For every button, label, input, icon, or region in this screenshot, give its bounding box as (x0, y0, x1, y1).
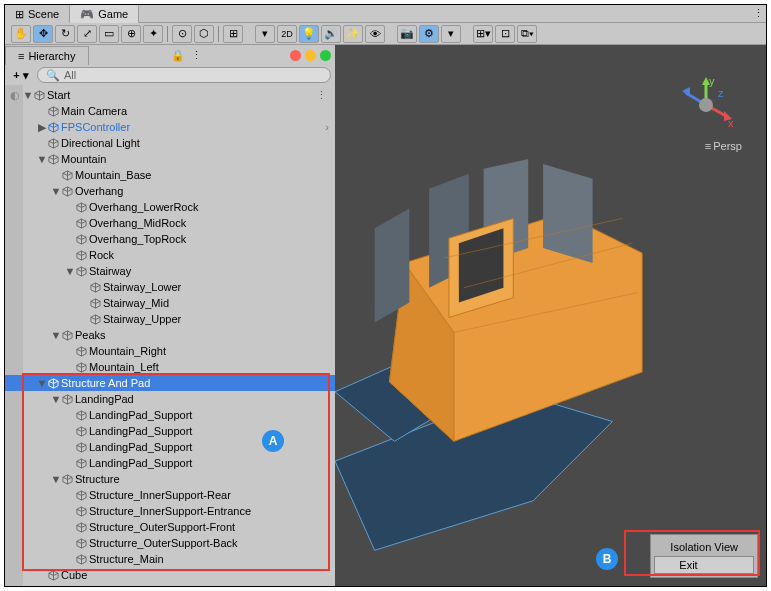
tool-rotate[interactable]: ↻ (55, 25, 75, 43)
visibility-icon[interactable] (7, 471, 23, 487)
visibility-icon[interactable] (7, 183, 23, 199)
visibility-icon[interactable] (7, 119, 23, 135)
tool-draw-mode[interactable]: ▾ (255, 25, 275, 43)
visibility-icon[interactable] (7, 263, 23, 279)
visibility-icon[interactable] (7, 151, 23, 167)
visibility-icon[interactable] (7, 375, 23, 391)
visibility-icon[interactable] (7, 327, 23, 343)
hierarchy-item[interactable]: Structure_InnerSupport-Entrance (5, 503, 335, 519)
visibility-icon[interactable] (7, 103, 23, 119)
hierarchy-item[interactable]: Mountain_Left (5, 359, 335, 375)
tool-layers[interactable]: ▾ (441, 25, 461, 43)
tool-fx[interactable]: ✨ (343, 25, 363, 43)
expand-arrow[interactable]: ▼ (51, 185, 61, 197)
scene-viewport[interactable]: y x z ≡Persp Isolation View Exit (335, 45, 766, 586)
tool-move[interactable]: ✥ (33, 25, 53, 43)
visibility-icon[interactable] (7, 455, 23, 471)
expand-arrow[interactable]: ▼ (37, 377, 47, 389)
tool-custom[interactable]: ✦ (143, 25, 163, 43)
hierarchy-item[interactable]: Rock (5, 247, 335, 263)
visibility-icon[interactable] (7, 391, 23, 407)
tool-lighting[interactable]: 💡 (299, 25, 319, 43)
visibility-icon[interactable] (7, 359, 23, 375)
expand-arrow[interactable]: ▼ (23, 89, 33, 101)
hierarchy-item[interactable]: Overhang_TopRock (5, 231, 335, 247)
tool-local[interactable]: ⬡ (194, 25, 214, 43)
hierarchy-item[interactable]: Structure_Main (5, 551, 335, 567)
tool-scale[interactable]: ⤢ (77, 25, 97, 43)
visibility-icon[interactable] (7, 295, 23, 311)
visibility-icon[interactable] (7, 407, 23, 423)
hierarchy-item[interactable]: Mountain_Right (5, 343, 335, 359)
hierarchy-item[interactable]: Structure_OuterSupport-Front (5, 519, 335, 535)
hierarchy-item[interactable]: Cube (5, 567, 335, 583)
tool-2d[interactable]: 2D (277, 25, 297, 43)
visibility-icon[interactable] (7, 167, 23, 183)
visibility-icon[interactable] (7, 279, 23, 295)
minimize-icon[interactable] (305, 50, 316, 61)
visibility-icon[interactable]: ◐ (7, 87, 23, 103)
expand-arrow[interactable]: ▼ (37, 153, 47, 165)
hierarchy-item[interactable]: ▼Mountain (5, 151, 335, 167)
hierarchy-item[interactable]: ▶FPSController› (5, 119, 335, 135)
maximize-icon[interactable] (320, 50, 331, 61)
hierarchy-item[interactable]: LandingPad_Support (5, 407, 335, 423)
expand-arrow[interactable]: ▼ (51, 393, 61, 405)
tool-grid-toggle[interactable]: ⊞▾ (473, 25, 493, 43)
hierarchy-item[interactable]: Structurre_OuterSupport-Back (5, 535, 335, 551)
hierarchy-tab[interactable]: ≡ Hierarchy (5, 46, 89, 65)
visibility-icon[interactable] (7, 567, 23, 583)
hierarchy-item[interactable]: Main Camera (5, 103, 335, 119)
hierarchy-item[interactable]: ▼Structure (5, 471, 335, 487)
tab-overflow-menu[interactable]: ⋮ (750, 5, 766, 22)
hierarchy-item[interactable]: Stairway_Upper (5, 311, 335, 327)
hierarchy-item[interactable]: LandingPad_Support (5, 455, 335, 471)
hierarchy-item[interactable]: ◐▼Start⋮ (5, 87, 335, 103)
hierarchy-item[interactable]: ▼Peaks (5, 327, 335, 343)
search-input[interactable]: 🔍 All (37, 67, 331, 83)
projection-label[interactable]: ≡Persp (705, 140, 742, 152)
tool-snap-inc[interactable]: ⊡ (495, 25, 515, 43)
create-button[interactable]: + ▾ (9, 67, 33, 83)
tool-grid-snap[interactable]: ⊞ (223, 25, 243, 43)
orientation-gizmo[interactable]: y x z (676, 75, 736, 135)
expand-arrow[interactable]: ▶ (37, 121, 47, 134)
hierarchy-item[interactable]: Overhang_LowerRock (5, 199, 335, 215)
hierarchy-item[interactable]: Overhang_MidRock (5, 215, 335, 231)
expand-arrow[interactable]: ▼ (65, 265, 75, 277)
visibility-icon[interactable] (7, 551, 23, 567)
tool-rect[interactable]: ▭ (99, 25, 119, 43)
expand-arrow[interactable]: ▼ (51, 473, 61, 485)
hierarchy-tree[interactable]: ◐▼Start⋮Main Camera▶FPSController›Direct… (5, 85, 335, 586)
visibility-icon[interactable] (7, 215, 23, 231)
visibility-icon[interactable] (7, 519, 23, 535)
hierarchy-item[interactable]: Stairway_Mid (5, 295, 335, 311)
visibility-icon[interactable] (7, 311, 23, 327)
hierarchy-item[interactable]: ▼LandingPad (5, 391, 335, 407)
tool-audio[interactable]: 🔊 (321, 25, 341, 43)
hierarchy-item[interactable]: ▼Overhang (5, 183, 335, 199)
item-menu-icon[interactable]: ⋮ (316, 89, 335, 102)
visibility-icon[interactable] (7, 535, 23, 551)
hierarchy-item[interactable]: ▼Structure And Pad (5, 375, 335, 391)
chevron-right-icon[interactable]: › (325, 121, 335, 133)
visibility-icon[interactable] (7, 247, 23, 263)
hierarchy-item[interactable]: Stairway_Lower (5, 279, 335, 295)
panel-menu-icon[interactable]: ⋮ (191, 49, 202, 62)
hierarchy-item[interactable]: LandingPad_Support (5, 423, 335, 439)
hierarchy-item[interactable]: Mountain_Base (5, 167, 335, 183)
lock-icon[interactable]: 🔒 (171, 49, 181, 62)
visibility-icon[interactable] (7, 135, 23, 151)
exit-isolation-button[interactable]: Exit (654, 556, 754, 574)
tab-scene[interactable]: ⊞ Scene (5, 5, 70, 23)
visibility-icon[interactable] (7, 487, 23, 503)
visibility-icon[interactable] (7, 423, 23, 439)
tab-game[interactable]: 🎮 Game (70, 5, 139, 23)
visibility-icon[interactable] (7, 439, 23, 455)
visibility-icon[interactable] (7, 503, 23, 519)
hierarchy-item[interactable]: LandingPad_Support (5, 439, 335, 455)
tool-hidden[interactable]: 👁 (365, 25, 385, 43)
tool-pivot[interactable]: ⊙ (172, 25, 192, 43)
close-icon[interactable] (290, 50, 301, 61)
hierarchy-item[interactable]: ▼Stairway (5, 263, 335, 279)
